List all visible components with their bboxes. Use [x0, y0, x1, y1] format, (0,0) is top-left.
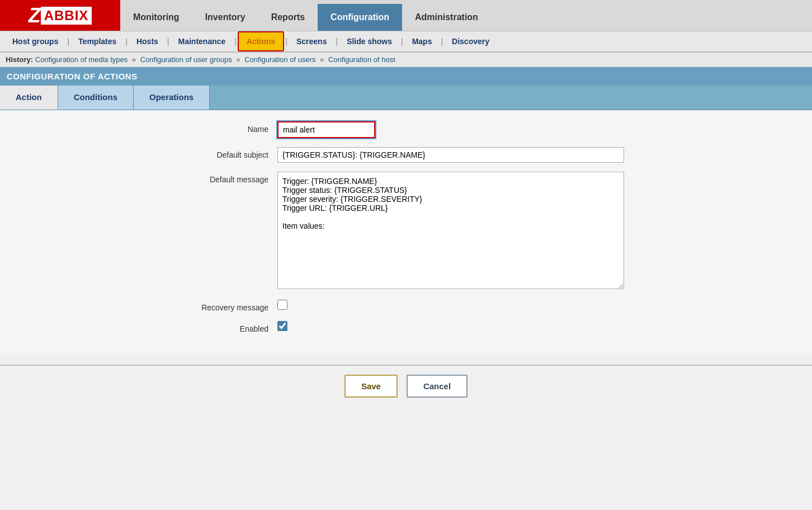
subnav-maps[interactable]: Maps — [404, 31, 440, 51]
nav-tab-monitoring[interactable]: Monitoring — [120, 4, 192, 31]
form-row-name: Name — [154, 121, 658, 138]
breadcrumb-users[interactable]: Configuration of users — [244, 55, 315, 64]
subnav-slide-shows[interactable]: Slide shows — [339, 31, 400, 51]
logo-rest: ABBIX — [41, 7, 92, 25]
breadcrumb: History: Configuration of media types » … — [0, 53, 812, 67]
save-button[interactable]: Save — [344, 375, 398, 398]
name-control-wrap — [277, 121, 658, 138]
subnav-discovery[interactable]: Discovery — [444, 31, 497, 51]
footer: Save Cancel — [0, 365, 812, 407]
logo-z: Z — [29, 4, 41, 27]
name-label: Name — [154, 121, 277, 134]
form-row-enabled: Enabled — [154, 321, 658, 333]
action-form: Name Default subject Default message Tri… — [154, 121, 658, 333]
subnav-maintenance[interactable]: Maintenance — [171, 31, 234, 51]
default-subject-label: Default subject — [154, 147, 277, 159]
form-row-default-subject: Default subject — [154, 147, 658, 163]
enabled-checkbox[interactable] — [277, 321, 287, 331]
enabled-control-wrap — [277, 321, 658, 331]
default-message-control-wrap: Trigger: {TRIGGER.NAME} Trigger status: … — [277, 172, 658, 291]
nav-tab-reports[interactable]: Reports — [258, 4, 318, 31]
sub-navigation: Host groups | Templates | Hosts | Mainte… — [0, 31, 812, 53]
default-message-textarea[interactable]: Trigger: {TRIGGER.NAME} Trigger status: … — [277, 172, 624, 289]
default-subject-control-wrap — [277, 147, 658, 163]
enabled-label: Enabled — [154, 321, 277, 333]
tab-action[interactable]: Action — [0, 86, 58, 110]
top-navigation: Z ABBIX Monitoring Inventory Reports Con… — [0, 0, 812, 31]
subnav-host-groups[interactable]: Host groups — [4, 31, 66, 51]
nav-tabs: Monitoring Inventory Reports Configurati… — [120, 0, 491, 31]
tab-bar: Action Conditions Operations — [0, 86, 812, 110]
content-area: Name Default subject Default message Tri… — [0, 110, 812, 353]
name-input[interactable] — [277, 121, 375, 138]
form-row-recovery-message: Recovery message — [154, 300, 658, 312]
default-message-label: Default message — [154, 172, 277, 184]
logo: Z ABBIX — [0, 0, 120, 31]
breadcrumb-host[interactable]: Configuration of host — [328, 55, 395, 64]
subnav-actions[interactable]: Actions — [238, 31, 284, 51]
breadcrumb-user-groups[interactable]: Configuration of user groups — [140, 55, 232, 64]
form-row-default-message: Default message Trigger: {TRIGGER.NAME} … — [154, 172, 658, 291]
nav-tab-administration[interactable]: Administration — [402, 4, 491, 31]
cancel-button[interactable]: Cancel — [407, 375, 468, 398]
subnav-templates[interactable]: Templates — [70, 31, 124, 51]
breadcrumb-media-types[interactable]: Configuration of media types — [35, 55, 128, 64]
recovery-message-control-wrap — [277, 300, 658, 310]
nav-tab-inventory[interactable]: Inventory — [192, 4, 258, 31]
tab-conditions[interactable]: Conditions — [58, 86, 134, 110]
nav-tab-configuration[interactable]: Configuration — [318, 4, 402, 31]
recovery-message-label: Recovery message — [154, 300, 277, 312]
page-header: CONFIGURATION OF ACTIONS — [0, 67, 812, 86]
recovery-message-checkbox[interactable] — [277, 300, 287, 310]
default-subject-input[interactable] — [277, 147, 624, 163]
tab-operations[interactable]: Operations — [134, 86, 210, 110]
subnav-screens[interactable]: Screens — [289, 31, 334, 51]
breadcrumb-label: History: — [6, 55, 33, 64]
subnav-hosts[interactable]: Hosts — [129, 31, 166, 51]
